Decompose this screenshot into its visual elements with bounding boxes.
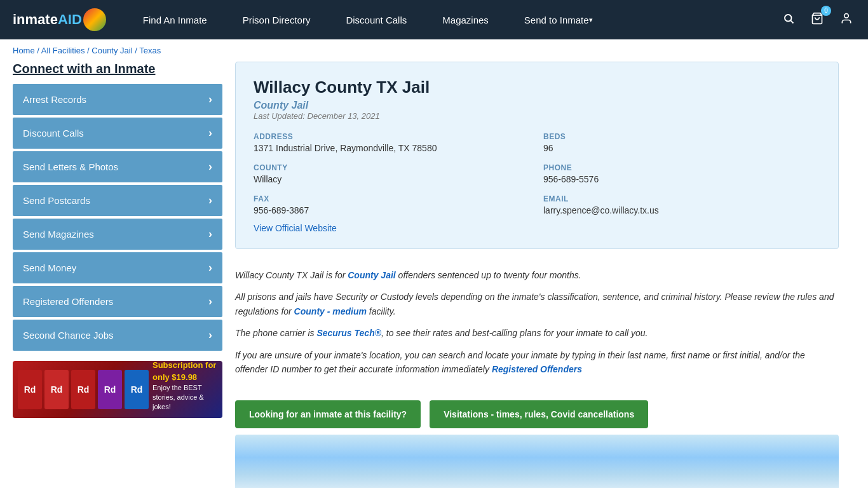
- fax-group: FAX 956-689-3867: [254, 194, 531, 215]
- nav-icons: 0: [780, 10, 855, 30]
- county-jail-link[interactable]: County Jail: [348, 270, 395, 280]
- desc-para3: The phone carrier is Securus Tech®, to s…: [235, 326, 839, 340]
- view-official-website-link[interactable]: View Official Website: [254, 223, 337, 233]
- address-label: ADDRESS: [254, 132, 531, 141]
- county-group: COUNTY Willacy: [254, 163, 531, 184]
- chevron-right-icon: ›: [208, 160, 212, 173]
- beds-group: BEDS 96: [543, 132, 820, 153]
- chevron-right-icon: ›: [208, 93, 212, 106]
- nav-prison-directory[interactable]: Prison Directory: [225, 0, 329, 39]
- ad-text: Enjoy the BEST stories, advice & jokes!: [153, 383, 217, 412]
- beds-value: 96: [543, 143, 820, 153]
- desc-para1-suffix: offenders sentenced up to twenty four mo…: [396, 270, 581, 280]
- sidebar-item-label: Send Magazines: [23, 229, 94, 240]
- sidebar-item-label: Second Chance Jobs: [23, 330, 114, 341]
- breadcrumb-county-jail[interactable]: County Jail: [92, 46, 132, 55]
- county-label: COUNTY: [254, 163, 531, 172]
- sidebar-item-send-postcards[interactable]: Send Postcards ›: [13, 185, 222, 216]
- email-value: larry.spence@co.willacy.tx.us: [543, 205, 820, 215]
- desc-para1-prefix: Willacy County TX Jail is for: [235, 270, 348, 280]
- sidebar: Connect with an Inmate Arrest Records › …: [13, 62, 222, 488]
- content-area: Willacy County TX Jail County Jail Last …: [235, 62, 839, 488]
- search-button[interactable]: [780, 10, 797, 30]
- svg-line-1: [790, 20, 793, 23]
- address-group: ADDRESS 1371 Industrial Drive, Raymondvi…: [254, 132, 531, 153]
- facility-card: Willacy County TX Jail County Jail Last …: [235, 62, 839, 249]
- desc-para2: All prisons and jails have Security or C…: [235, 290, 839, 318]
- phone-group: PHONE 956-689-5576: [543, 163, 820, 184]
- chevron-right-icon: ›: [208, 126, 212, 140]
- desc-para3-suffix: , to see their rates and best-calling pl…: [381, 328, 648, 338]
- sidebar-item-second-chance-jobs[interactable]: Second Chance Jobs ›: [13, 320, 222, 351]
- address-value: 1371 Industrial Drive, Raymondville, TX …: [254, 143, 531, 153]
- breadcrumb-all-facilities[interactable]: All Facilities: [41, 46, 85, 55]
- facility-name: Willacy County TX Jail: [254, 78, 820, 97]
- nav-find-an-inmate[interactable]: Find An Inmate: [125, 0, 225, 39]
- securus-tech-link[interactable]: Securus Tech®: [316, 328, 381, 338]
- sidebar-item-label: Discount Calls: [23, 128, 84, 139]
- main-layout: Connect with an Inmate Arrest Records › …: [0, 62, 851, 488]
- rd-logo-4: Rd: [98, 370, 122, 409]
- phone-value: 956-689-5576: [543, 174, 820, 184]
- email-group: EMAIL larry.spence@co.willacy.tx.us: [543, 194, 820, 215]
- desc-para2-suffix: facility.: [367, 306, 396, 316]
- county-medium-link[interactable]: County - medium: [294, 306, 367, 316]
- ad-text-area: 1 Year Subscription for only $19.98 Enjo…: [153, 361, 217, 418]
- user-button[interactable]: [837, 10, 855, 30]
- svg-point-3: [844, 13, 849, 18]
- nav-discount-calls[interactable]: Discount Calls: [328, 0, 424, 39]
- breadcrumb-home[interactable]: Home: [13, 46, 35, 55]
- sidebar-item-label: Send Money: [23, 262, 76, 273]
- county-value: Willacy: [254, 174, 531, 184]
- rd-logo-3: Rd: [71, 370, 95, 409]
- fax-value: 956-689-3867: [254, 205, 531, 215]
- facility-photo: [235, 435, 839, 488]
- sidebar-item-label: Arrest Records: [23, 94, 86, 105]
- phone-label: PHONE: [543, 163, 820, 172]
- breadcrumb-texas[interactable]: Texas: [139, 46, 161, 55]
- facility-updated: Last Updated: December 13, 2021: [254, 111, 820, 121]
- desc-para1: Willacy County TX Jail is for County Jai…: [235, 268, 839, 282]
- chevron-right-icon: ›: [208, 227, 212, 241]
- nav-links: Find An Inmate Prison Directory Discount…: [125, 0, 780, 39]
- cart-badge: 0: [821, 6, 831, 16]
- chevron-right-icon: ›: [208, 194, 212, 207]
- beds-label: BEDS: [543, 132, 820, 141]
- chevron-right-icon: ›: [208, 295, 212, 308]
- rd-logo-1: Rd: [18, 370, 42, 409]
- nav-send-to-inmate[interactable]: Send to Inmate: [506, 0, 611, 39]
- sidebar-title: Connect with an Inmate: [13, 62, 222, 76]
- view-website: View Official Website: [254, 223, 820, 233]
- ad-title: 1 Year Subscription for only $19.98: [153, 361, 217, 383]
- svg-point-0: [785, 15, 792, 22]
- facility-type: County Jail: [254, 100, 820, 111]
- action-buttons: Looking for an inmate at this facility? …: [235, 400, 839, 428]
- sidebar-item-label: Send Letters & Photos: [23, 161, 118, 172]
- sidebar-item-send-letters[interactable]: Send Letters & Photos ›: [13, 151, 222, 182]
- desc-para3-prefix: The phone carrier is: [235, 328, 316, 338]
- chevron-right-icon: ›: [208, 329, 212, 342]
- sidebar-item-label: Registered Offenders: [23, 296, 113, 307]
- nav-magazines[interactable]: Magazines: [424, 0, 506, 39]
- chevron-right-icon: ›: [208, 261, 212, 274]
- desc-para4: If you are unsure of your inmate's locat…: [235, 348, 839, 377]
- description: Willacy County TX Jail is for County Jai…: [235, 262, 839, 390]
- sidebar-item-send-magazines[interactable]: Send Magazines ›: [13, 219, 222, 250]
- logo[interactable]: inmateAID: [13, 8, 106, 31]
- sidebar-item-send-money[interactable]: Send Money ›: [13, 252, 222, 283]
- logo-text: inmateAID: [13, 11, 82, 28]
- looking-for-inmate-button[interactable]: Looking for an inmate at this facility?: [235, 400, 421, 428]
- email-label: EMAIL: [543, 194, 820, 203]
- sidebar-item-registered-offenders[interactable]: Registered Offenders ›: [13, 286, 222, 317]
- registered-offenders-link[interactable]: Registered Offenders: [492, 364, 582, 374]
- facility-details: ADDRESS 1371 Industrial Drive, Raymondvi…: [254, 132, 820, 215]
- sidebar-menu: Arrest Records › Discount Calls › Send L…: [13, 84, 222, 351]
- sidebar-item-arrest-records[interactable]: Arrest Records ›: [13, 84, 222, 115]
- visitations-button[interactable]: Visitations - times, rules, Covid cancel…: [430, 400, 648, 428]
- rd-logo-2: Rd: [44, 370, 69, 409]
- cart-button[interactable]: 0: [808, 10, 826, 30]
- sidebar-item-label: Send Postcards: [23, 195, 90, 206]
- navbar: inmateAID Find An Inmate Prison Director…: [0, 0, 868, 39]
- sidebar-item-discount-calls[interactable]: Discount Calls ›: [13, 118, 222, 149]
- logo-icon: [83, 8, 106, 31]
